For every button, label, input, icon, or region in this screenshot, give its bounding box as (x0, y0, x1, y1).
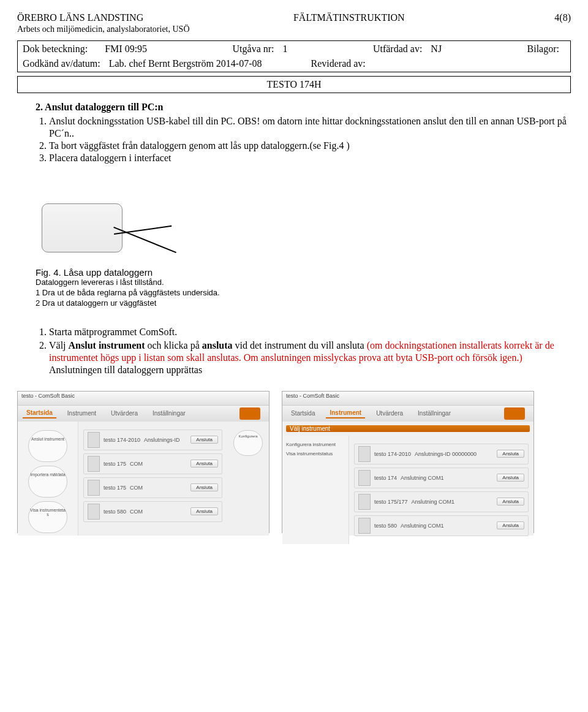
section-2: 2. Anslut dataloggern till PC:n Anslut d… (36, 102, 571, 164)
instrument-row[interactable]: testo 175/177 Anslutning COM1 Ansluta (354, 491, 529, 512)
text: och klicka på (145, 340, 202, 350)
app-window-left: testo - ComSoft Basic Startsida Instrume… (17, 391, 270, 533)
bold-text: Anslut instrument (69, 340, 145, 350)
utfardad-value: NJ (431, 44, 442, 54)
device-thumb-icon (358, 518, 371, 534)
section-2b-list: Starta mätprogrammet ComSoft. Välj Anslu… (49, 326, 571, 376)
instrument-port: Anslutnings-ID (144, 437, 180, 443)
list-item: Ta bort väggfästet från dataloggern geno… (49, 140, 571, 152)
instrument-name: testo 175/177 (374, 499, 408, 505)
device-thumb-icon (358, 470, 371, 486)
bold-text: ansluta (202, 340, 233, 350)
brand-logo-icon (504, 407, 525, 420)
godkand-value: Lab. chef Bernt Bergström 2014-07-08 (109, 58, 262, 69)
app-window-right: testo - ComSoft Basic Startsida Instrume… (282, 391, 534, 533)
docinfo-row1: Dok beteckning: FMI 09:95 Utgåva nr: 1 U… (23, 44, 565, 55)
tab-instrument[interactable]: Instrument (326, 408, 365, 418)
connect-button[interactable]: Ansluta (190, 436, 218, 444)
instrument-row[interactable]: testo 580 COM Ansluta (83, 501, 222, 522)
connect-button[interactable]: Ansluta (497, 498, 524, 506)
list-item: Placera dataloggern i interfacet (49, 152, 571, 164)
right-bubble-pane: Konfigurera (227, 422, 269, 536)
bubble-konfig[interactable]: Konfigurera (233, 430, 263, 456)
instrument-name: testo 580 (374, 523, 397, 529)
tab-utvardera[interactable]: Utvärdera (372, 409, 407, 418)
section-2-list: Anslut dockningsstation USB-kabel till d… (49, 115, 571, 164)
godkand-label: Godkänd av/datum: (23, 58, 100, 69)
left-pane: Anslut instrument Importera mätdata Visa… (18, 422, 78, 536)
app-ribbon: Startsida Instrument Utvärdera Inställni… (18, 406, 269, 422)
instrument-name: testo 175 (104, 485, 126, 491)
list-item: Anslut dockningsstation USB-kabel till d… (49, 115, 571, 140)
tab-utvardera[interactable]: Utvärdera (107, 409, 141, 418)
connect-button[interactable]: Ansluta (190, 507, 218, 515)
instrument-row[interactable]: testo 174-2010 Anslutnings-ID Ansluta (83, 430, 222, 450)
docinfo-box: Dok beteckning: FMI 09:95 Utgåva nr: 1 U… (17, 40, 571, 72)
figure-4-line2: 1 Dra ut de båda reglarna på väggfästets… (36, 288, 571, 298)
brand-logo-icon (239, 407, 260, 420)
tab-startsida[interactable]: Startsida (287, 409, 318, 418)
instrument-row[interactable]: testo 174-2010 Anslutnings-ID 00000000 A… (354, 444, 529, 464)
tab-instrument[interactable]: Instrument (64, 409, 100, 418)
device-thumb-icon (88, 504, 100, 520)
instrument-row[interactable]: testo 174 Anslutning COM1 Ansluta (354, 468, 529, 488)
tab-startsida[interactable]: Startsida (23, 408, 56, 418)
instrument-port: Anslutning COM1 (401, 475, 444, 481)
instrument-row[interactable]: testo 580 Anslutning COM1 Ansluta (354, 515, 529, 536)
instrument-name: testo 175 (104, 461, 126, 467)
connect-button[interactable]: Ansluta (497, 474, 524, 482)
header-dept: Arbets och miljömedicin, analyslaborator… (17, 25, 571, 34)
title-box: TESTO 174H (17, 76, 571, 93)
left-label: Konfigurera instrument (286, 442, 345, 447)
figure-4: Fig. 4. Låsa upp dataloggern Dataloggern… (36, 173, 571, 309)
instrument-list: testo 174-2010 Anslutnings-ID Ansluta te… (78, 422, 227, 536)
device-thumb-icon (88, 480, 100, 496)
header-page: 4(8) (554, 12, 571, 23)
instrument-row[interactable]: testo 175 COM Ansluta (83, 477, 222, 498)
instrument-port: Anslutning COM1 (412, 499, 455, 505)
app-body: Välj instrument Konfigurera instrument V… (282, 422, 533, 536)
instrument-name: testo 580 (104, 509, 126, 515)
figure-4-line1: Dataloggern levereras i låst tillstånd. (36, 278, 571, 288)
connect-button[interactable]: Ansluta (190, 483, 218, 491)
instrument-port: COM (130, 485, 143, 491)
text: Välj (49, 340, 69, 350)
device-thumb-icon (88, 456, 100, 472)
instrument-name: testo 174-2010 (104, 437, 140, 443)
orange-header-strip: Välj instrument (286, 425, 530, 432)
text: Anslutningen till dataloggern upprättas (49, 365, 202, 375)
bubble-anslut[interactable]: Anslut instrument (28, 430, 67, 462)
instrument-port: COM (130, 461, 143, 467)
bubble-importera[interactable]: Importera mätdata (28, 466, 67, 498)
instrument-name: testo 174-2010 (374, 451, 411, 457)
instrument-port: Anslutnings-ID 00000000 (415, 451, 477, 457)
page-header: ÖREBRO LÄNS LANDSTING FÄLTMÄTINSTRUKTION… (17, 12, 571, 23)
app-titlebar: testo - ComSoft Basic (282, 392, 533, 406)
bubble-visa[interactable]: Visa instrumenteta s (28, 501, 67, 533)
reviderad-label: Reviderad av: (311, 58, 366, 69)
docinfo-row2: Godkänd av/datum: Lab. chef Bernt Bergst… (23, 58, 565, 69)
section-2b: Starta mätprogrammet ComSoft. Välj Anslu… (36, 326, 571, 376)
dok-value: FMI 09:95 (105, 44, 147, 54)
tab-installningar[interactable]: Inställningar (149, 409, 189, 418)
device-thumb-icon (88, 432, 100, 448)
connect-button[interactable]: Ansluta (497, 521, 524, 529)
figure-4-line3: 2 Dra ut dataloggern ur väggfästet (36, 298, 571, 309)
instrument-row[interactable]: testo 175 COM Ansluta (83, 453, 222, 474)
instrument-name: testo 174 (374, 475, 397, 481)
section-2-heading: 2. Anslut dataloggern till PC:n (36, 102, 571, 113)
app-body: Anslut instrument Importera mätdata Visa… (18, 422, 269, 536)
connect-button[interactable]: Ansluta (497, 450, 524, 458)
list-item: Välj Anslut instrument och klicka på ans… (49, 339, 571, 376)
connect-button[interactable]: Ansluta (190, 460, 218, 468)
figure-4-caption: Fig. 4. Låsa upp dataloggern (36, 267, 571, 278)
header-org: ÖREBRO LÄNS LANDSTING (17, 12, 143, 23)
text: vid det instrument du vill ansluta (233, 340, 367, 350)
tab-installningar[interactable]: Inställningar (414, 409, 454, 418)
app-titlebar: testo - ComSoft Basic (18, 392, 269, 406)
app-ribbon: Startsida Instrument Utvärdera Inställni… (282, 406, 533, 422)
utfardad-label: Utfärdad av: (373, 44, 422, 54)
device-thumb-icon (358, 494, 371, 510)
dok-label: Dok beteckning: (23, 44, 88, 54)
utgava-value: 1 (283, 44, 288, 54)
